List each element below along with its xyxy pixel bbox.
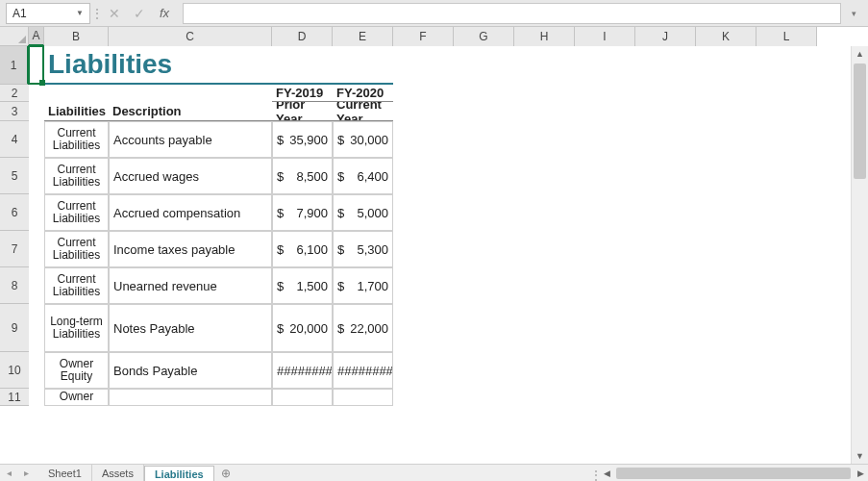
column-header-B[interactable]: B [44, 27, 109, 46]
cell-current-value[interactable]: $30,000 [333, 121, 393, 158]
horizontal-scrollbar[interactable]: ◀ ▶ [599, 465, 868, 481]
page-title[interactable]: Liabilities [44, 46, 393, 85]
cell-description[interactable] [109, 389, 272, 406]
select-all-button[interactable] [0, 27, 29, 46]
row-header-8[interactable]: 8 [0, 267, 29, 304]
row-header-6[interactable]: 6 [0, 194, 29, 231]
cell-prior-value[interactable] [272, 389, 333, 406]
sheet-tab-sheet1[interactable]: Sheet1 [38, 465, 92, 481]
cell-description[interactable]: Unearned revenue [109, 267, 272, 304]
cell-current-value[interactable]: $5,000 [333, 194, 393, 231]
cell-category[interactable]: Long-term Liabilities [44, 304, 109, 352]
column-header-I[interactable]: I [575, 27, 635, 46]
formula-bar-expand-button[interactable]: ▾ [845, 3, 862, 24]
scroll-right-button[interactable]: ▶ [853, 468, 868, 478]
column-header-E[interactable]: E [333, 27, 393, 46]
column-header-L[interactable]: L [756, 27, 817, 46]
sheet-tabs: Sheet1AssetsLiabilities [35, 465, 214, 481]
header-current-year[interactable]: Current Year [333, 102, 393, 121]
separator-dots-icon: ⋮ [90, 7, 104, 20]
cell-current-value[interactable]: ######## [333, 352, 393, 389]
cell-prior-value[interactable]: $8,500 [272, 158, 333, 194]
cell-prior-value[interactable]: $1,500 [272, 267, 333, 304]
column-header-H[interactable]: H [514, 27, 575, 46]
chevron-down-icon[interactable]: ▼ [76, 9, 84, 17]
column-header-D[interactable]: D [272, 27, 333, 46]
row-header-7[interactable]: 7 [0, 231, 29, 267]
spreadsheet-grid[interactable]: ABCDEFGHIJKL 1234567891011 LiabilitiesFY… [0, 27, 868, 464]
row-header-11[interactable]: 11 [0, 389, 29, 406]
row-header-2[interactable]: 2 [0, 85, 29, 102]
cell-current-value[interactable]: $6,400 [333, 158, 393, 194]
name-box-value: A1 [12, 7, 27, 20]
header-liabilities[interactable]: Liabilities [44, 102, 109, 121]
sheet-tab-bar: ◂ ▸ Sheet1AssetsLiabilities ⊕ ⋮ ◀ ▶ [0, 464, 868, 481]
cell-description[interactable]: Accrued compensation [109, 194, 272, 231]
cell-current-value[interactable]: $1,700 [333, 267, 393, 304]
cell-description[interactable]: Bonds Payable [109, 352, 272, 389]
cell-description[interactable]: Notes Payable [109, 304, 272, 352]
cell-category[interactable]: Current Liabilities [44, 158, 109, 194]
cancel-formula-button: ✕ [104, 3, 125, 24]
row-header-10[interactable]: 10 [0, 352, 29, 389]
cell-category[interactable]: Current Liabilities [44, 121, 109, 158]
header-prior-year[interactable]: Prior Year [272, 102, 333, 121]
cell-category[interactable]: Current Liabilities [44, 194, 109, 231]
scroll-down-button[interactable]: ▼ [852, 448, 868, 464]
column-header-C[interactable]: C [109, 27, 272, 46]
new-sheet-button[interactable]: ⊕ [214, 465, 237, 481]
header-fy-current[interactable]: FY-2020 [333, 85, 393, 102]
name-box[interactable]: A1 ▼ [6, 3, 90, 24]
insert-function-button[interactable]: fx [154, 3, 175, 24]
formula-input[interactable] [183, 3, 841, 24]
header-description[interactable]: Description [109, 102, 272, 121]
accept-formula-button: ✓ [129, 3, 150, 24]
row-header-1[interactable]: 1 [0, 46, 29, 85]
header-fy-prior[interactable]: FY-2019 [272, 85, 333, 102]
cell-category[interactable]: Owner Equity [44, 352, 109, 389]
cell-current-value[interactable]: $5,300 [333, 231, 393, 267]
sheet-tab-assets[interactable]: Assets [92, 465, 144, 481]
scroll-left-button[interactable]: ◀ [599, 468, 614, 478]
excel-window: A1 ▼ ⋮ ✕ ✓ fx ▾ ABCDEFGHIJKL 12345678910… [0, 0, 868, 481]
cell-current-value[interactable] [333, 389, 393, 406]
cell-prior-value[interactable]: $6,100 [272, 231, 333, 267]
selection-box [28, 45, 44, 85]
cell-prior-value[interactable]: ######## [272, 352, 333, 389]
column-header-A[interactable]: A [29, 27, 44, 46]
cell-description[interactable]: Accrued wages [109, 158, 272, 194]
row-header-9[interactable]: 9 [0, 304, 29, 352]
row-header-4[interactable]: 4 [0, 121, 29, 158]
column-header-F[interactable]: F [393, 27, 454, 46]
cell-description[interactable]: Income taxes payable [109, 231, 272, 267]
sheet-tab-liabilities[interactable]: Liabilities [144, 466, 214, 481]
cell-current-value[interactable]: $22,000 [333, 304, 393, 352]
column-header-G[interactable]: G [454, 27, 514, 46]
row-header-3[interactable]: 3 [0, 102, 29, 121]
column-headers: ABCDEFGHIJKL [0, 27, 817, 46]
cell-category[interactable]: Current Liabilities [44, 231, 109, 267]
vertical-scrollbar[interactable]: ▲ ▼ [851, 46, 868, 464]
row-header-5[interactable]: 5 [0, 158, 29, 194]
formula-bar: A1 ▼ ⋮ ✕ ✓ fx ▾ [0, 0, 868, 27]
tab-nav-prev[interactable]: ◂ [0, 465, 17, 481]
cell-category[interactable]: Owner [44, 389, 109, 406]
column-header-K[interactable]: K [696, 27, 756, 46]
cell-prior-value[interactable]: $35,900 [272, 121, 333, 158]
cell-prior-value[interactable]: $7,900 [272, 194, 333, 231]
row-headers: 1234567891011 [0, 46, 29, 406]
cell-category[interactable]: Current Liabilities [44, 267, 109, 304]
vertical-scroll-thumb[interactable] [854, 63, 866, 179]
cell-prior-value[interactable]: $20,000 [272, 304, 333, 352]
cell-description[interactable]: Accounts payable [109, 121, 272, 158]
scroll-up-button[interactable]: ▲ [852, 46, 868, 62]
horizontal-scroll-thumb[interactable] [616, 468, 851, 479]
tab-nav-next[interactable]: ▸ [17, 465, 35, 481]
column-header-J[interactable]: J [635, 27, 696, 46]
